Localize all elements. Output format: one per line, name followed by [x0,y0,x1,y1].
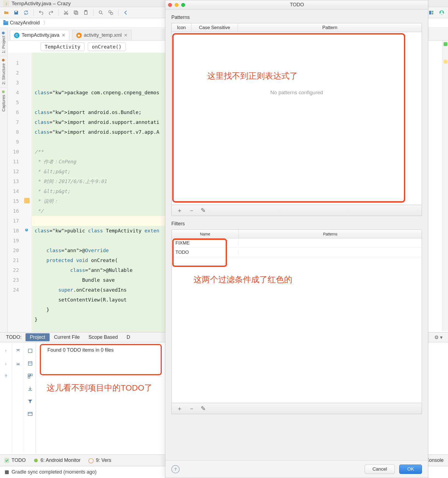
gear-icon[interactable]: ⚙ ▾ [431,334,446,340]
code-editor[interactable]: 123456789101112131415161718192021222324 … [8,53,167,332]
back-icon[interactable] [122,9,129,16]
svg-point-16 [441,11,443,13]
col-icon[interactable]: Icon [172,23,191,32]
todo-results-highlight: Found 0 TODO items in 0 files [40,344,162,375]
minimize-window-icon[interactable] [175,3,178,7]
side-tab-structure[interactable]: 2: Structure [0,56,7,87]
ide-title: TempActivity.java – Crazy [12,1,71,7]
right-marker-strip [443,41,448,331]
warning-marker[interactable] [444,60,447,64]
arrow-up-icon[interactable]: ↑ [2,347,10,354]
add-icon[interactable]: ＋ [177,406,183,412]
col-patterns[interactable]: Patterns [239,230,422,238]
side-tab-project[interactable]: 1: Project [0,29,7,56]
download-icon[interactable] [27,385,34,392]
filters-table-body[interactable]: FIXME TODO 这两个过滤条件成了红色的 [172,238,422,403]
gutter-override-icon[interactable] [24,227,30,234]
edit-icon[interactable]: ✎ [201,207,206,214]
annotation-bottom: 这儿看不到项目中的TODO了 [47,382,152,394]
chevron-right-icon: 〉 [43,20,48,26]
collapse-up-icon[interactable] [15,347,22,354]
annotation-patterns: 这里找不到正则表达式了 [207,70,298,82]
svg-point-9 [99,11,102,13]
dialog-titlebar[interactable]: TODO [165,0,428,10]
inspection-ok-icon [444,42,447,46]
collapse-down-icon[interactable] [15,360,22,367]
help-icon[interactable]: ? [171,465,180,473]
remove-icon[interactable]: － [189,406,195,412]
expand-icon[interactable] [27,360,34,367]
filter-row-todo[interactable]: TODO [172,248,422,257]
crumb-class[interactable]: TempActivity [41,42,84,51]
annotation-filters: 这两个过滤条件成了红色的 [194,274,292,285]
copy-icon[interactable] [72,9,80,16]
svg-rect-21 [28,374,30,376]
zoom-window-icon[interactable] [181,3,185,7]
todo-tab-scope[interactable]: Scope Based [84,333,122,341]
left-tool-strip: 1: Project 2: Structure Captures [0,29,8,333]
status-version[interactable]: ◯9: Vers [88,457,111,463]
undo-icon[interactable] [38,9,45,16]
side-tab-captures[interactable]: Captures [0,87,7,114]
patterns-toolbar: ＋ － ✎ [171,205,422,216]
code-area[interactable]: class="kw">package com.cnpeng.cnpeng_dem… [32,53,166,332]
layout-icon[interactable] [428,9,435,16]
svg-point-10 [109,10,111,13]
dialog-footer: ? Cancel OK [165,460,428,478]
save-icon[interactable] [13,9,20,16]
svg-rect-12 [429,11,431,14]
redo-icon[interactable] [47,9,55,16]
todo-tab-current-file[interactable]: Current File [50,333,84,341]
open-icon[interactable] [3,9,10,16]
filter-icon[interactable] [27,398,34,405]
todo-tab-more[interactable]: D [122,333,135,341]
svg-rect-14 [432,13,433,14]
svg-rect-23 [28,376,30,378]
sync-icon[interactable] [22,9,30,16]
ok-button[interactable]: OK [399,465,422,474]
cancel-button[interactable]: Cancel [365,465,395,474]
close-window-icon[interactable] [168,3,172,7]
preview-icon[interactable] [27,410,34,417]
svg-rect-13 [432,11,433,12]
group-by-icon[interactable] [27,372,34,380]
filter-name: FIXME [172,240,239,246]
svg-rect-19 [28,349,32,352]
close-icon[interactable]: ✕ [124,33,127,38]
crumb-method[interactable]: onCreate() [88,42,126,51]
filter-name: TODO [172,250,239,255]
svg-point-11 [110,12,113,15]
paste-icon[interactable] [82,9,89,16]
add-icon[interactable]: ＋ [177,207,183,214]
svg-rect-2 [15,11,17,12]
status-todo[interactable]: TODO [4,457,26,463]
status-android-monitor[interactable]: 6: Android Monitor [33,457,81,463]
editor-gutter: 123456789101112131415161718192021222324 [8,53,32,332]
remove-icon[interactable]: － [189,207,195,214]
col-pattern[interactable]: Pattern [238,23,422,32]
help-icon[interactable]: ? [2,372,10,380]
col-name[interactable]: Name [172,230,239,238]
gutter-class-icon[interactable] [24,198,30,204]
todo-tab-project[interactable]: Project [25,333,50,341]
close-icon[interactable]: ✕ [62,33,65,38]
tab-tempactivity[interactable]: C TempActivity.java ✕ [10,30,69,40]
svg-point-26 [34,459,38,462]
col-case-sensitive[interactable]: Case Sensitive [191,23,238,32]
arrow-down-icon[interactable]: ↓ [2,360,10,367]
auto-scroll-icon[interactable] [27,347,34,354]
avatar-icon[interactable] [438,9,445,16]
tab-activity-temp-xml[interactable]: ◆ activity_temp.xml ✕ [72,30,132,40]
replace-icon[interactable] [107,9,114,16]
svg-text:J: J [5,2,7,5]
patterns-table-body[interactable]: 这里找不到正则表达式了 No patterns configured [172,32,422,205]
find-icon[interactable] [97,9,104,16]
cut-icon[interactable] [63,9,70,16]
svg-rect-6 [74,11,77,13]
patterns-panel: Icon Case Sensitive Pattern 这里找不到正则表达式了 … [171,23,422,205]
todo-label: TODO: [2,334,25,340]
edit-icon[interactable]: ✎ [201,406,206,412]
filters-toolbar: ＋ － ✎ [171,403,422,414]
filter-row-fixme[interactable]: FIXME [172,238,422,248]
svg-rect-24 [28,412,32,416]
